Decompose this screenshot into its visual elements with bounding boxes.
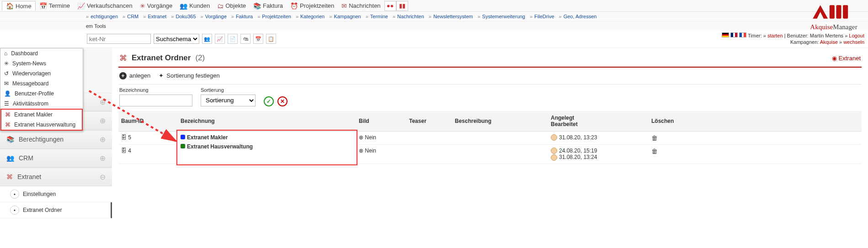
util-btn-calendar[interactable]: 📅: [253, 34, 263, 44]
secnav-link[interactable]: echtigungen: [91, 14, 118, 19]
top-kunden[interactable]: 👥Kunden: [176, 1, 213, 11]
search-scheme-select[interactable]: Suchschema: [154, 34, 199, 44]
sidebar-item-einstellungen[interactable]: • Einstellungen: [0, 186, 112, 202]
db-icon: 🗄: [121, 148, 127, 154]
top-iconbtn-1[interactable]: ●●: [384, 1, 396, 11]
dropdown-messageboard[interactable]: ✉Messageboard: [0, 79, 83, 89]
sidebar-group-extranet[interactable]: ⌘Extranet ⊖: [0, 168, 112, 186]
util-btn-users[interactable]: 👥: [202, 34, 212, 44]
secnav-link[interactable]: CRM: [127, 14, 138, 19]
top-verkaufschancen[interactable]: 📈Verkaufschancen: [74, 1, 136, 11]
book-icon: 📚: [6, 136, 14, 143]
dot-icon: •: [10, 190, 19, 199]
flag-en-icon[interactable]: [730, 32, 738, 37]
col-bild[interactable]: Bild: [356, 111, 406, 132]
calendar-icon: 📅: [39, 2, 47, 10]
delete-button[interactable]: 🗑: [651, 148, 658, 155]
ticket-search-input[interactable]: [87, 34, 151, 44]
page-header: ⌘ Extranet Ordner (2) ◉ Extranet: [118, 51, 862, 68]
sidebar-group-crm[interactable]: 👥CRM ⊕: [0, 149, 112, 168]
expand-icon: ⊕: [100, 98, 106, 106]
table-row[interactable]: 🗄 5 Extranet Makler Extranet Hausverwalt…: [118, 131, 862, 144]
dropdown-extranet-hausverwaltung[interactable]: ⌘Extranet Hausverwaltung: [1, 120, 82, 130]
star-icon: ✳: [4, 60, 9, 67]
flag-de-icon[interactable]: [722, 32, 729, 37]
page-title: Extranet Ordner: [132, 53, 191, 63]
svg-rect-1: [836, 5, 841, 18]
col-beschreibung[interactable]: Beschreibung: [452, 111, 548, 132]
dropdown-benutzer-profile[interactable]: 👤Benutzer-Profile: [0, 89, 83, 99]
timer-start-link[interactable]: starten: [767, 33, 783, 38]
top-vorgaenge[interactable]: ✳Vorgänge: [136, 1, 176, 11]
campaign-name[interactable]: Akquise: [820, 39, 838, 45]
filter-sortierung-select[interactable]: Sortierung: [201, 95, 256, 106]
secnav-link[interactable]: Newslettersystem: [433, 14, 473, 19]
dropdown-aktivitaetsstrom[interactable]: ☰Aktivitätsstrom: [0, 99, 83, 109]
logout-link[interactable]: Logout: [849, 33, 864, 38]
expand-icon: ⊕: [100, 154, 106, 163]
top-iconbtn-2[interactable]: ▮▮: [396, 1, 408, 11]
people-icon: 👥: [180, 2, 187, 10]
secnav-link[interactable]: Projektzeiten: [262, 14, 291, 19]
col-loeschen[interactable]: Löschen: [649, 111, 862, 132]
content-toolbar: +anlegen ✦Sortierung festlegen: [118, 68, 862, 84]
delete-button[interactable]: 🗑: [651, 134, 658, 142]
secnav-link[interactable]: Doku365: [176, 14, 196, 19]
filter-clear-button[interactable]: ✕: [277, 96, 288, 106]
dropdown-extranet-makler[interactable]: ⌘Extranet Makler: [1, 110, 82, 120]
flag-fr-icon[interactable]: [739, 32, 746, 37]
util-btn-doc[interactable]: 📄: [228, 34, 238, 44]
secondary-nav: echtigungen CRM Extranet Doku365 Vorgäng…: [0, 12, 868, 21]
x-icon: ⊗: [359, 148, 363, 154]
secnav-link[interactable]: Kategorien: [300, 14, 325, 19]
col-angelegt[interactable]: Angelegt Bearbeitet: [548, 111, 649, 132]
org-icon: ⌘: [5, 121, 11, 128]
people-icon: 👥: [6, 154, 14, 162]
util-btn-bag[interactable]: 🛍: [240, 34, 250, 44]
sidebar-item-extranet-ordner[interactable]: • Extranet Ordner: [0, 202, 112, 218]
secnav-link[interactable]: Geo, Adressen: [564, 14, 597, 19]
secnav-link[interactable]: FileDrive: [534, 14, 554, 19]
secnav-link[interactable]: Extranet: [148, 14, 166, 19]
secnav-link[interactable]: Nachrichten: [397, 14, 424, 19]
top-objekte[interactable]: 🗂Objekte: [213, 1, 250, 11]
avatar-icon: [551, 148, 557, 154]
svg-rect-0: [830, 5, 835, 18]
sidebar-group-berechtigungen[interactable]: 📚Berechtigungen ⊕: [0, 130, 112, 149]
expand-icon: ⊕: [100, 116, 106, 125]
secnav-link[interactable]: Termine: [370, 14, 388, 19]
sort-button[interactable]: ✦Sortierung festlegen: [159, 72, 219, 79]
top-projektzeiten[interactable]: ⏰Projektzeiten: [287, 1, 338, 11]
secnav-link[interactable]: Systemerweiterung: [482, 14, 525, 19]
util-btn-note[interactable]: 📋: [266, 34, 276, 44]
col-bezeichnung[interactable]: Bezeichnung: [178, 111, 356, 132]
top-nachrichten[interactable]: ✉Nachrichten: [338, 1, 384, 11]
dropdown-wiedervorlagen[interactable]: ↺Wiedervorlagen: [0, 69, 83, 79]
note-icon: 📋: [268, 36, 274, 42]
page-count: (2): [195, 53, 205, 63]
avatar-icon: [551, 154, 557, 161]
campaign-switch-link[interactable]: wechseln: [843, 39, 864, 45]
home-icon: ⌂: [4, 50, 7, 57]
people-icon: 👥: [204, 36, 210, 42]
new-button[interactable]: +anlegen: [119, 72, 150, 79]
home-icon: 🏠: [6, 2, 14, 10]
col-teaser[interactable]: Teaser: [406, 111, 452, 132]
gear-icon: ✳: [140, 2, 145, 10]
col-baum[interactable]: Baum-ID: [118, 111, 178, 132]
top-termine[interactable]: 📅Termine: [36, 1, 74, 11]
avatar-icon: [551, 134, 557, 141]
top-home[interactable]: 🏠Home: [2, 1, 36, 11]
dropdown-dashboard[interactable]: ⌂Dashboard: [0, 48, 83, 58]
filter-bezeichnung-input[interactable]: [119, 95, 192, 106]
util-btn-chart[interactable]: 📈: [215, 34, 225, 44]
filter-apply-button[interactable]: ✓: [264, 96, 274, 106]
secnav-link[interactable]: Faktura: [236, 14, 253, 19]
secnav-link[interactable]: Vorgänge: [205, 14, 227, 19]
top-faktura[interactable]: 📚Faktura: [250, 1, 287, 11]
secnav-link[interactable]: Kampagnen: [334, 14, 361, 19]
top-menu: 🏠Home 📅Termine 📈Verkaufschancen ✳Vorgäng…: [0, 0, 868, 12]
svg-rect-2: [843, 5, 848, 18]
dropdown-system-news[interactable]: ✳System-News: [0, 58, 83, 69]
page-tag[interactable]: ◉ Extranet: [832, 55, 861, 62]
